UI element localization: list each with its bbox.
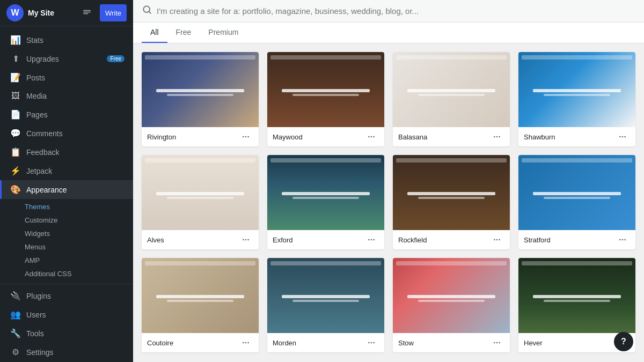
theme-more-button[interactable] [364,234,379,245]
theme-thumbnail [393,52,510,127]
mini-nav [270,261,381,265]
theme-more-button[interactable] [489,234,504,245]
themes-header: All Free Premium [133,0,644,43]
theme-info: Stow [393,333,510,352]
theme-more-button[interactable] [238,234,253,245]
mini-sub [418,300,485,302]
search-icon [142,4,152,18]
theme-more-button[interactable] [615,234,630,245]
svg-point-30 [371,342,372,344]
theme-card-rockfield[interactable]: Rockfield [393,155,510,249]
sidebar-item-jetpack[interactable]: ⚡ Jetpack [0,161,133,180]
sidebar-item-plugins[interactable]: 🔌 Plugins [0,286,133,305]
sidebar-item-stats[interactable]: 📊 Stats [0,31,133,49]
theme-card-alves[interactable]: Alves [142,155,259,249]
theme-card-rivington[interactable]: Rivington [142,52,259,146]
svg-point-18 [371,239,372,241]
mini-nav [396,261,507,265]
mini-nav [270,158,381,162]
mini-sub [292,197,359,199]
tab-all[interactable]: All [142,23,167,43]
sidebar-item-menus[interactable]: Menus [0,240,133,254]
sidebar-item-themes[interactable]: Themes [0,200,133,213]
theme-more-button[interactable] [238,337,253,348]
svg-point-31 [373,342,375,344]
sidebar-item-media[interactable]: 🖼 Media [0,87,133,105]
mini-hero [522,61,632,124]
svg-point-8 [494,136,495,138]
theme-more-button[interactable] [615,131,630,142]
theme-card-coutoire[interactable]: Coutoire [142,258,259,352]
mini-hero [396,267,507,330]
sidebar-item-pages[interactable]: 📄 Pages [0,105,133,124]
theme-thumbnail [267,155,384,230]
sidebar-item-feedback[interactable]: 📋 Feedback [0,143,133,161]
help-button[interactable]: ? [614,332,633,351]
sidebar-item-posts[interactable]: 📝 Posts [0,68,133,87]
theme-card-exford[interactable]: Exford [267,155,384,249]
write-button[interactable]: Write [100,4,127,21]
theme-more-button[interactable] [364,337,379,348]
posts-icon: 📝 [10,72,21,83]
theme-card-stow[interactable]: Stow [393,258,510,352]
search-input[interactable] [157,6,635,16]
sidebar-item-label: Upgrades [26,55,59,63]
theme-thumbnail [518,258,635,333]
svg-point-33 [496,342,498,344]
svg-point-17 [368,239,370,241]
sidebar-item-appearance[interactable]: 🎨 Appearance [0,180,133,199]
svg-point-19 [373,239,375,241]
wp-logo: W [6,4,24,21]
appearance-icon: 🎨 [10,184,21,195]
theme-card-shawburn[interactable]: Shawburn [518,52,635,146]
mini-hero [396,164,507,227]
sidebar-item-upgrades[interactable]: ⬆ Upgrades Free [0,49,133,68]
sidebar-item-widgets[interactable]: Widgets [0,227,133,240]
theme-card-stratford[interactable]: Stratford [518,155,635,249]
mini-nav [522,261,632,265]
theme-card-morden[interactable]: Morden [267,258,384,352]
theme-card-maywood[interactable]: Maywood [267,52,384,146]
theme-more-button[interactable] [489,131,504,142]
svg-point-5 [368,136,370,138]
tab-free[interactable]: Free [167,23,200,43]
theme-more-button[interactable] [364,131,379,142]
theme-more-button[interactable] [238,131,253,142]
svg-point-14 [243,239,244,241]
mini-hero [270,164,381,227]
mini-nav [396,55,507,60]
sidebar-item-additional-css[interactable]: Additional CSS [0,267,133,280]
theme-card-balasana[interactable]: Balasana [393,52,510,146]
themes-grid: Rivington Maywood [133,43,644,362]
sidebar-item-users[interactable]: 👥 Users [0,305,133,324]
mini-hero [145,267,255,330]
sidebar-item-settings[interactable]: ⚙ Settings [0,343,133,361]
sidebar-item-comments[interactable]: 💬 Comments [0,124,133,143]
mini-title [407,295,496,298]
mini-hero [522,164,632,227]
reader-button[interactable] [78,4,96,21]
sidebar-item-amp[interactable]: AMP [0,254,133,267]
theme-thumbnail [142,52,259,127]
appearance-sub-nav: Themes Customize Widgets Menus AMP Addit… [0,199,133,282]
svg-point-9 [496,136,498,138]
top-actions: Write [78,4,127,21]
theme-name: Balasana [398,133,427,141]
theme-name: Exford [273,236,293,244]
plugins-icon: 🔌 [10,291,21,301]
theme-name: Shawburn [524,133,555,141]
mini-nav [270,55,381,60]
theme-more-button[interactable] [489,337,504,348]
theme-name: Alves [147,236,164,244]
sidebar-header: W My Site Write [0,0,133,26]
svg-point-28 [247,342,249,344]
divider [0,284,133,284]
sidebar-item-tools[interactable]: 🔧 Tools [0,324,133,343]
sidebar-item-customize[interactable]: Customize [0,213,133,227]
tab-premium[interactable]: Premium [200,23,247,43]
sidebar-item-label: Pages [26,110,48,119]
theme-info: Stratford [518,230,635,249]
sidebar-item-label: Stats [26,36,43,45]
mini-nav [396,158,507,162]
svg-point-12 [622,136,624,138]
